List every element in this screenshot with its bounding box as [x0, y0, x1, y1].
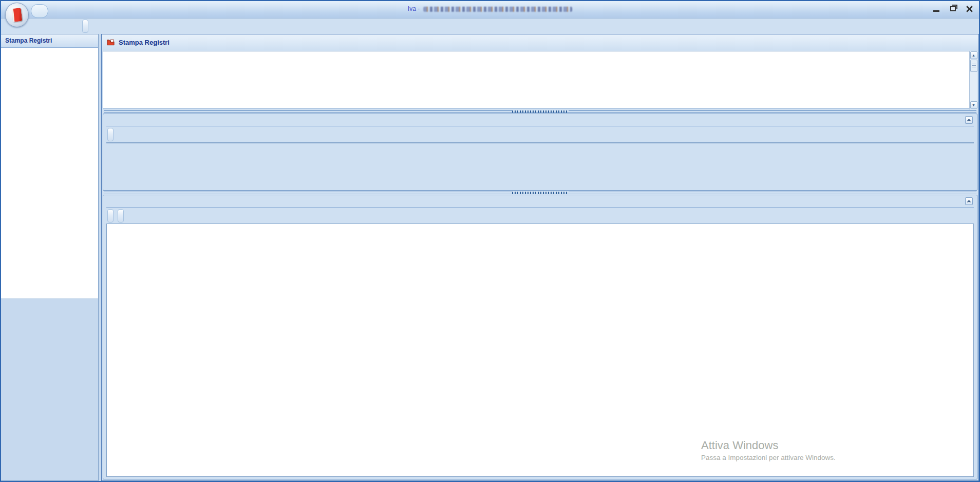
app-logo-book-icon: [12, 8, 23, 22]
sidebar: Stampa Registri: [1, 34, 99, 481]
collapse-button[interactable]: [965, 197, 973, 205]
acquisti-grid: [106, 142, 974, 143]
acquisti-toolbar: [107, 128, 114, 141]
app-window: Iva - Stampa Registri Stampa Registri ▲: [0, 0, 980, 482]
content-header: Stampa Registri: [102, 34, 978, 50]
periodi-toolbar-extra: [118, 209, 124, 223]
registri-grid-wrap: ▲ ▼: [103, 51, 977, 109]
main-toolbar: [82, 20, 88, 33]
sidebar-header: Stampa Registri: [1, 34, 98, 48]
collapse-button[interactable]: [965, 116, 973, 124]
main-area: Stampa Registri Stampa Registri ▲ ▼: [1, 34, 979, 481]
acquisti-tabs: [106, 114, 974, 126]
close-button[interactable]: [963, 4, 976, 13]
minimize-button[interactable]: [930, 4, 943, 13]
main-toolbar-band: [1, 18, 979, 34]
window-controls: [930, 4, 976, 13]
app-menu-button[interactable]: [5, 3, 29, 27]
registri-scrollbar[interactable]: ▲ ▼: [969, 51, 977, 109]
sidebar-list-panel: [1, 48, 98, 299]
scroll-thumb[interactable]: [970, 60, 977, 72]
content-panel: Stampa Registri ▲ ▼: [101, 34, 979, 481]
periodi-grid: [106, 224, 974, 477]
splitter-bottom[interactable]: [102, 191, 978, 195]
restore-button[interactable]: [946, 4, 959, 13]
splitter-top[interactable]: [102, 109, 978, 114]
acquisti-toolbar-band: [106, 126, 974, 142]
periodi-grid-wrap: [106, 224, 974, 479]
folder-red-icon: [107, 39, 115, 46]
title-bar: Iva -: [1, 1, 979, 18]
acquisti-grid-wrap: [106, 142, 974, 189]
periodi-toolbar-band: [106, 208, 974, 224]
sidebar-nav: [1, 299, 98, 480]
scroll-down-button[interactable]: ▼: [970, 101, 977, 109]
acquisti-section: [103, 114, 977, 191]
periodi-tabs: [106, 195, 974, 208]
page-title: Stampa Registri: [119, 39, 169, 46]
window-title: Iva -: [1, 5, 979, 12]
periodi-toolbar: [107, 209, 114, 223]
scroll-up-button[interactable]: ▲: [970, 51, 977, 59]
registri-grid: [103, 51, 977, 108]
window-title-redacted: [423, 7, 572, 12]
periodi-section: Attiva Windows Passa a Impostazioni per …: [103, 195, 977, 479]
